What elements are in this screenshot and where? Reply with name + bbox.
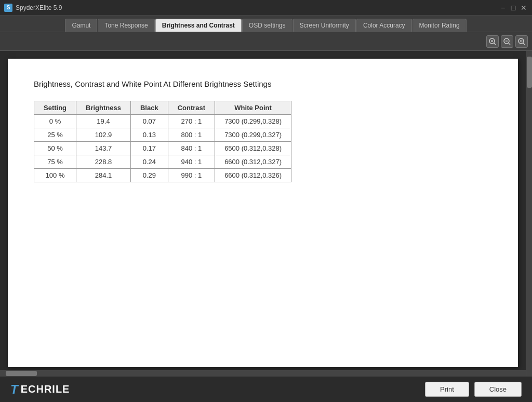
cell-r3-c0: 75 %: [34, 155, 76, 169]
cell-r3-c3: 940 : 1: [168, 155, 215, 169]
logo-text: ECHRILE: [21, 383, 70, 395]
cell-r3-c4: 6600 (0.312,0.327): [215, 155, 291, 169]
cell-r1-c3: 800 : 1: [168, 128, 215, 142]
tab-monitor-rating[interactable]: Monitor Rating: [413, 19, 467, 32]
cell-r1-c4: 7300 (0.299,0.327): [215, 128, 291, 142]
page-title: Brightness, Contrast and White Point At …: [34, 79, 492, 88]
svg-point-8: [520, 40, 522, 42]
logo-t-icon: T: [10, 382, 19, 397]
table-row: 0 %19.40.07270 : 17300 (0.299,0.328): [34, 115, 291, 128]
maximize-button[interactable]: □: [509, 4, 517, 12]
table-row: 75 %228.80.24940 : 16600 (0.312,0.327): [34, 155, 291, 169]
cell-r4-c3: 990 : 1: [168, 169, 215, 182]
close-button[interactable]: Close: [474, 382, 522, 397]
cell-r4-c0: 100 %: [34, 169, 76, 182]
cell-r2-c1: 143.7: [76, 142, 131, 155]
svg-line-6: [509, 43, 510, 45]
scrollbar-horizontal[interactable]: [0, 370, 526, 376]
tab-brightness-contrast[interactable]: Brightness and Contrast: [155, 19, 242, 32]
minimize-button[interactable]: −: [499, 4, 507, 12]
svg-line-9: [523, 43, 525, 45]
toolbar: [0, 32, 532, 51]
cell-r2-c0: 50 %: [34, 142, 76, 155]
cell-r4-c2: 0.29: [130, 169, 168, 182]
col-header-contrast: Contrast: [168, 101, 215, 115]
main-content: Brightness, Contrast and White Point At …: [0, 51, 532, 376]
tab-gamut[interactable]: Gamut: [65, 19, 97, 32]
cell-r4-c4: 6600 (0.312,0.326): [215, 169, 291, 182]
cell-r1-c0: 25 %: [34, 128, 76, 142]
tab-tone-response[interactable]: Tone Response: [98, 19, 154, 32]
close-window-button[interactable]: ✕: [520, 4, 528, 12]
cell-r0-c4: 7300 (0.299,0.328): [215, 115, 291, 128]
table-row: 25 %102.90.13800 : 17300 (0.299,0.327): [34, 128, 291, 142]
zoom-in-button[interactable]: [486, 35, 499, 48]
col-header-setting: Setting: [34, 101, 76, 115]
col-header-brightness: Brightness: [76, 101, 131, 115]
app-title: SpyderXElite 5.9: [16, 4, 62, 11]
scrollbar-thumb-h[interactable]: [6, 371, 37, 376]
table-row: 50 %143.70.17840 : 16500 (0.312,0.328): [34, 142, 291, 155]
tab-screen-uniformity[interactable]: Screen Uniformity: [293, 19, 356, 32]
window-controls: − □ ✕: [499, 4, 528, 12]
cell-r2-c3: 840 : 1: [168, 142, 215, 155]
table-row: 100 %284.10.29990 : 16600 (0.312,0.326): [34, 169, 291, 182]
cell-r0-c2: 0.07: [130, 115, 168, 128]
col-header-whitepoint: White Point: [215, 101, 291, 115]
app-icon: S: [4, 4, 12, 12]
footer: T ECHRILE Print Close: [0, 376, 532, 402]
cell-r1-c1: 102.9: [76, 128, 131, 142]
col-header-black: Black: [130, 101, 168, 115]
svg-line-3: [494, 43, 496, 45]
footer-buttons: Print Close: [425, 382, 522, 397]
cell-r3-c2: 0.24: [130, 155, 168, 169]
zoom-out-button[interactable]: [501, 35, 513, 48]
footer-logo: T ECHRILE: [10, 382, 70, 397]
cell-r0-c1: 19.4: [76, 115, 131, 128]
scrollbar-thumb-v[interactable]: [527, 57, 532, 88]
cell-r3-c1: 228.8: [76, 155, 131, 169]
tab-bar: Gamut Tone Response Brightness and Contr…: [0, 16, 532, 32]
zoom-fit-button[interactable]: [515, 35, 528, 48]
paper: Brightness, Contrast and White Point At …: [8, 59, 518, 367]
tab-color-accuracy[interactable]: Color Accuracy: [356, 19, 412, 32]
print-button[interactable]: Print: [425, 382, 469, 397]
cell-r2-c4: 6500 (0.312,0.328): [215, 142, 291, 155]
cell-r2-c2: 0.17: [130, 142, 168, 155]
scrollbar-vertical[interactable]: [526, 51, 532, 376]
tab-osd-settings[interactable]: OSD settings: [242, 19, 292, 32]
svg-point-7: [518, 38, 524, 44]
cell-r0-c3: 270 : 1: [168, 115, 215, 128]
paper-content: Brightness, Contrast and White Point At …: [8, 59, 518, 203]
title-bar-left: S SpyderXElite 5.9: [4, 4, 62, 12]
cell-r1-c2: 0.13: [130, 128, 168, 142]
cell-r0-c0: 0 %: [34, 115, 76, 128]
title-bar: S SpyderXElite 5.9 − □ ✕: [0, 0, 532, 16]
cell-r4-c1: 284.1: [76, 169, 131, 182]
brightness-table: Setting Brightness Black Contrast White …: [34, 101, 291, 182]
